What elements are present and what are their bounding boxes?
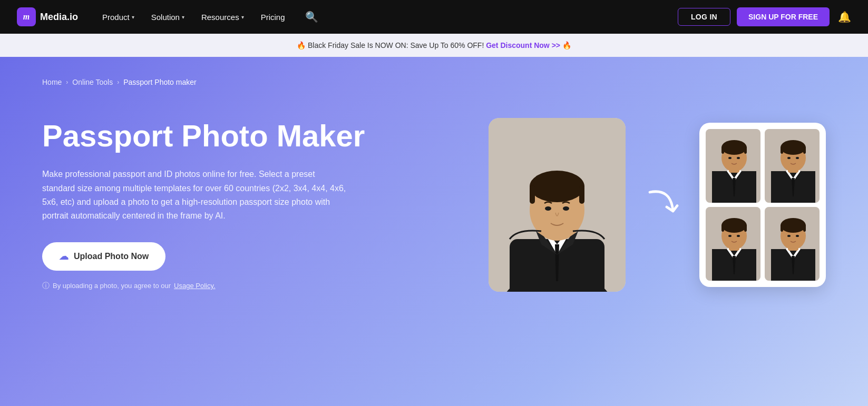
sale-banner: 🔥 Black Friday Sale Is NOW ON: Save Up T… [0, 34, 868, 57]
svg-rect-21 [721, 146, 724, 154]
svg-point-57 [796, 235, 799, 237]
hero-illustration [489, 118, 826, 292]
hero-left: Passport Photo Maker Make professional p… [42, 119, 401, 290]
logo-letter: m [23, 12, 30, 22]
single-photo [489, 118, 626, 292]
passport-photo-4 [765, 207, 820, 281]
usage-note-text: By uploading a photo, you agree to our [53, 282, 171, 290]
svg-point-20 [721, 140, 747, 155]
nav-item-resources[interactable]: Resources ▾ [194, 8, 251, 26]
passport-photo-2 [765, 129, 820, 203]
login-button[interactable]: LOG IN [678, 8, 730, 26]
svg-rect-9 [579, 185, 584, 204]
svg-rect-32 [781, 146, 783, 154]
arrow-icon [641, 184, 684, 226]
navbar: m Media.io Product ▾ Solution ▾ Resource… [0, 0, 868, 34]
breadcrumb-current: Passport Photo maker [123, 78, 197, 86]
svg-point-35 [796, 157, 799, 159]
svg-point-23 [728, 157, 732, 159]
nav-product-label: Product [102, 13, 130, 22]
svg-point-42 [721, 218, 747, 233]
page-title: Passport Photo Maker [42, 119, 401, 153]
svg-rect-55 [803, 224, 806, 232]
main-nav: Product ▾ Solution ▾ Resources ▾ Pricing… [95, 6, 678, 27]
svg-point-45 [728, 235, 732, 237]
search-button[interactable]: 🔍 [299, 6, 325, 27]
hero-section: Home › Online Tools › Passport Photo mak… [0, 57, 868, 406]
passport-grid [706, 129, 820, 281]
nav-item-pricing[interactable]: Pricing [253, 8, 292, 26]
breadcrumb-sep-1: › [66, 78, 68, 86]
discount-cta[interactable]: Get Discount Now >> [486, 41, 560, 49]
nav-item-solution[interactable]: Solution ▾ [144, 8, 192, 26]
logo-link[interactable]: m Media.io [17, 7, 78, 26]
upload-icon: ☁ [59, 251, 69, 262]
svg-rect-44 [744, 224, 747, 232]
nav-pricing-label: Pricing [261, 13, 285, 22]
signup-button[interactable]: SIGN UP FOR FREE [737, 7, 830, 26]
logo-text: Media.io [40, 12, 78, 23]
breadcrumb-home[interactable]: Home [42, 78, 62, 86]
fire-icon-left: 🔥 [297, 41, 306, 49]
bell-icon[interactable]: 🔔 [838, 11, 851, 23]
usage-policy-link[interactable]: Usage Policy. [174, 282, 216, 290]
svg-rect-8 [530, 185, 535, 204]
upload-button-label: Upload Photo Now [74, 252, 149, 261]
navbar-actions: LOG IN SIGN UP FOR FREE 🔔 [678, 7, 851, 26]
nav-solution-label: Solution [151, 13, 180, 22]
breadcrumb: Home › Online Tools › Passport Photo mak… [42, 78, 826, 86]
svg-rect-54 [781, 224, 783, 232]
svg-rect-43 [721, 224, 724, 232]
chevron-down-icon: ▾ [241, 14, 244, 20]
breadcrumb-sep-2: › [117, 78, 119, 86]
svg-rect-22 [744, 146, 747, 154]
svg-point-10 [545, 206, 551, 211]
upload-photo-button[interactable]: ☁ Upload Photo Now [42, 242, 165, 271]
usage-note: ⓘ By uploading a photo, you agree to our… [42, 281, 401, 291]
svg-point-7 [530, 171, 584, 202]
svg-rect-33 [803, 146, 806, 154]
banner-text: Black Friday Sale Is NOW ON: Save Up To … [308, 41, 484, 49]
passport-photo-3 [706, 207, 760, 281]
hero-content: Passport Photo Maker Make professional p… [42, 118, 826, 292]
arrow-container [641, 184, 684, 226]
svg-point-53 [781, 218, 806, 233]
passport-photo-1 [706, 129, 760, 203]
photo-grid [699, 123, 826, 287]
logo-icon: m [17, 7, 36, 26]
chevron-down-icon: ▾ [132, 14, 134, 20]
svg-point-46 [737, 235, 740, 237]
nav-item-product[interactable]: Product ▾ [95, 8, 142, 26]
svg-point-56 [787, 235, 791, 237]
svg-point-11 [563, 206, 569, 211]
svg-point-24 [737, 157, 740, 159]
svg-point-34 [787, 157, 791, 159]
person-svg [489, 118, 626, 292]
breadcrumb-tools[interactable]: Online Tools [72, 78, 113, 86]
fire-icon-right: 🔥 [562, 41, 571, 49]
chevron-down-icon: ▾ [182, 14, 184, 20]
nav-resources-label: Resources [201, 13, 239, 22]
info-icon: ⓘ [42, 281, 50, 291]
hero-description: Make professional passport and ID photos… [42, 167, 348, 223]
search-icon: 🔍 [305, 11, 318, 23]
svg-point-31 [781, 140, 806, 155]
